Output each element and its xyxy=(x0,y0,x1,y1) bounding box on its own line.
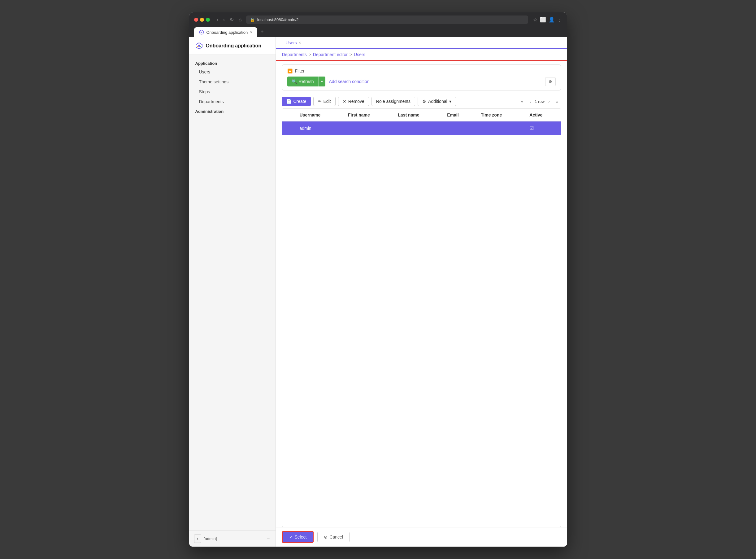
create-icon: 📄 xyxy=(286,99,292,104)
close-traffic-light[interactable] xyxy=(194,18,198,22)
refresh-button[interactable]: 🔍 Refresh xyxy=(287,76,318,86)
cancel-button[interactable]: ⊘ Cancel xyxy=(317,532,350,542)
sidebar-footer: ‹ [admin] → xyxy=(189,530,276,546)
filter-settings-button[interactable]: ⚙ xyxy=(545,77,556,86)
remove-icon: ✕ xyxy=(343,99,347,104)
first-page-button[interactable]: « xyxy=(519,97,526,105)
traffic-lights xyxy=(194,18,210,22)
last-page-button[interactable]: » xyxy=(553,97,561,105)
sidebar-item-users[interactable]: Users xyxy=(189,67,276,77)
additional-dropdown-icon: ▾ xyxy=(449,99,451,104)
bookmark-icon[interactable]: ☆ xyxy=(533,17,538,23)
filter-icon: 🔼 xyxy=(287,68,292,73)
sidebar-user-label: [admin] xyxy=(204,536,264,541)
row-email xyxy=(442,121,476,135)
tab-users-close[interactable]: × xyxy=(299,41,301,45)
col-active: Active xyxy=(524,109,560,121)
browser-tab-label: Onboarding application xyxy=(207,30,248,35)
browser-tab-close[interactable]: × xyxy=(250,30,252,35)
svg-line-5 xyxy=(197,46,198,47)
svg-line-4 xyxy=(200,46,201,47)
app-title: Onboarding application xyxy=(206,43,262,49)
address-bar[interactable]: 🔒 localhost:8080/#main/2 xyxy=(246,16,528,24)
reload-button[interactable]: ↻ xyxy=(228,16,236,24)
users-table: Username First name Last name Email Time… xyxy=(282,109,561,135)
breadcrumb-department-editor[interactable]: Department editor xyxy=(313,52,348,57)
create-label: Create xyxy=(293,99,306,104)
table-body: admin ☑ xyxy=(282,121,561,135)
browser-actions: ☆ ⬜ 👤 ⋮ xyxy=(533,17,562,23)
role-assignments-button[interactable]: Role assignments xyxy=(372,97,415,106)
filter-section: 🔼 Filter 🔍 Refresh ▾ Add search conditio… xyxy=(282,64,561,90)
refresh-label: Refresh xyxy=(299,79,314,84)
row-last-name xyxy=(393,121,442,135)
active-check-icon: ☑ xyxy=(529,126,534,131)
lock-icon: 🔒 xyxy=(250,17,255,22)
browser-tab-onboarding[interactable]: Onboarding application × xyxy=(194,27,258,37)
edit-icon: ✏ xyxy=(318,99,322,104)
prev-page-button[interactable]: ‹ xyxy=(527,97,534,105)
additional-icon: ⚙ xyxy=(422,99,426,104)
profile-icon[interactable]: 👤 xyxy=(549,17,555,23)
sidebar-item-steps[interactable]: Steps xyxy=(189,87,276,97)
row-time-zone xyxy=(476,121,524,135)
row-active: ☑ xyxy=(524,121,560,135)
breadcrumb-sep1: > xyxy=(309,52,311,57)
refresh-dropdown-button[interactable]: ▾ xyxy=(318,76,325,86)
sidebar-item-theme-settings[interactable]: Theme settings xyxy=(189,77,276,87)
add-condition-link[interactable]: Add search condition xyxy=(329,79,370,84)
bottom-bar: ✓ Select ⊘ Cancel xyxy=(276,527,567,546)
tab-users[interactable]: Users × xyxy=(281,37,306,49)
sidebar-header: Onboarding application xyxy=(189,37,276,55)
select-label: Select xyxy=(295,535,307,539)
breadcrumb: Departments > Department editor > Users xyxy=(276,49,567,61)
row-username: admin xyxy=(295,121,343,135)
split-view-icon[interactable]: ⬜ xyxy=(540,17,546,23)
home-button[interactable]: ⌂ xyxy=(237,16,244,24)
filter-header: 🔼 Filter xyxy=(287,68,556,73)
sidebar-section-application: Application xyxy=(189,59,276,67)
sidebar-item-departments[interactable]: Departments xyxy=(189,97,276,107)
tab-bar: Onboarding application × + xyxy=(194,27,562,37)
col-last-name: Last name xyxy=(393,109,442,121)
edit-label: Edit xyxy=(324,99,331,104)
additional-button[interactable]: ⚙ Additional ▾ xyxy=(418,97,456,106)
remove-label: Remove xyxy=(348,99,364,104)
sidebar-collapse-button[interactable]: ‹ xyxy=(194,534,201,543)
back-button[interactable]: ‹ xyxy=(215,16,220,24)
breadcrumb-departments[interactable]: Departments xyxy=(282,52,307,57)
nav-arrows: ‹ › ↻ ⌂ xyxy=(215,16,244,24)
data-table: Username First name Last name Email Time… xyxy=(282,109,561,527)
main-tabs: Users × xyxy=(276,37,567,49)
select-button[interactable]: ✓ Select xyxy=(282,531,314,543)
menu-icon[interactable]: ⋮ xyxy=(557,17,562,23)
sidebar-footer-arrow-icon: → xyxy=(266,536,270,541)
sidebar-nav: Application Users Theme settings Steps D… xyxy=(189,55,276,530)
remove-button[interactable]: ✕ Remove xyxy=(338,97,369,106)
additional-label: Additional xyxy=(428,99,447,104)
toolbar: 📄 Create ✏ Edit ✕ Remove Role assignment… xyxy=(276,94,567,109)
svg-point-2 xyxy=(198,45,200,47)
sidebar: Onboarding application Application Users… xyxy=(189,37,276,546)
maximize-traffic-light[interactable] xyxy=(206,18,210,22)
row-selector-cell xyxy=(282,121,295,135)
next-page-button[interactable]: › xyxy=(546,97,552,105)
col-time-zone: Time zone xyxy=(476,109,524,121)
col-selector xyxy=(282,109,295,121)
create-button[interactable]: 📄 Create xyxy=(282,97,311,106)
search-icon: 🔍 xyxy=(292,79,297,84)
select-check-icon: ✓ xyxy=(289,535,293,539)
new-tab-button[interactable]: + xyxy=(259,27,266,37)
col-email: Email xyxy=(442,109,476,121)
app-layout: Onboarding application Application Users… xyxy=(189,37,567,546)
forward-button[interactable]: › xyxy=(221,16,227,24)
edit-button[interactable]: ✏ Edit xyxy=(313,97,336,106)
filter-controls: 🔍 Refresh ▾ Add search condition ⚙ xyxy=(287,76,556,86)
breadcrumb-current: Users xyxy=(354,52,365,57)
table-header: Username First name Last name Email Time… xyxy=(282,109,561,121)
tab-users-label: Users xyxy=(286,40,297,45)
table-row[interactable]: admin ☑ xyxy=(282,121,561,135)
minimize-traffic-light[interactable] xyxy=(200,18,204,22)
role-assignments-label: Role assignments xyxy=(376,99,410,104)
filter-label: Filter xyxy=(295,68,305,73)
